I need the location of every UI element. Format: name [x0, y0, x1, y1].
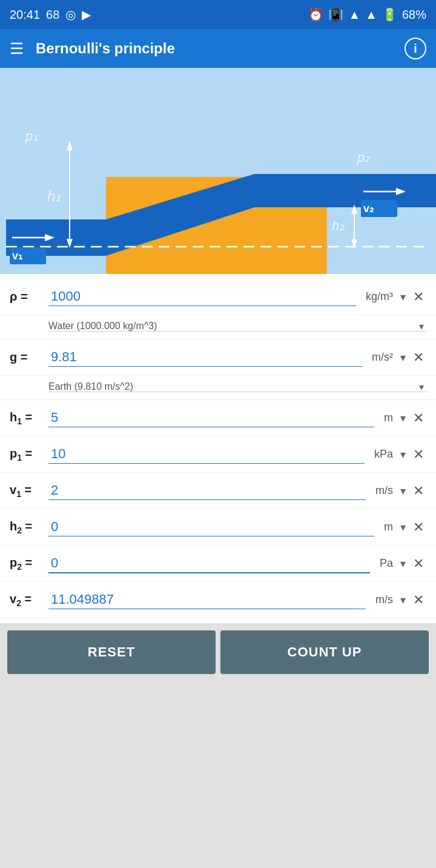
svg-text:v₁: v₁ — [12, 250, 22, 262]
svg-text:p₁: p₁ — [25, 129, 38, 144]
v2-clear[interactable]: ✕ — [411, 592, 426, 608]
rho-unit: kg/m³ — [366, 290, 393, 303]
h2-unit-dropdown[interactable]: ▾ — [398, 521, 408, 534]
wifi-icon: ▲ — [348, 8, 360, 22]
v2-row: v2 = m/s ▾ ✕ — [0, 582, 436, 618]
h2-input[interactable] — [48, 518, 374, 536]
h1-unit-dropdown[interactable]: ▾ — [398, 412, 408, 425]
p2-clear[interactable]: ✕ — [411, 556, 426, 572]
p1-row: p1 = kPa ▾ ✕ — [0, 436, 436, 473]
g-preset-wrapper[interactable]: Earth (9.810 m/s^2) — [48, 381, 426, 392]
v2-unit-dropdown[interactable]: ▾ — [398, 593, 408, 607]
v2-input[interactable] — [48, 590, 366, 609]
h2-row: h2 = m ▾ ✕ — [0, 509, 436, 546]
p1-label: p1 = — [10, 447, 48, 462]
p2-row: p2 = Pa ▾ ✕ — [0, 546, 436, 582]
rho-preset-row: Water (1000.000 kg/m^3) — [0, 315, 436, 339]
diagram-svg: h₁ v₁ p₁ h₂ v₂ p₂ — [0, 68, 436, 274]
h1-row: h1 = m ▾ ✕ — [0, 400, 436, 436]
count-up-button[interactable]: COUNT UP — [220, 630, 429, 674]
h1-input[interactable] — [48, 409, 374, 427]
g-label: g = — [10, 350, 48, 364]
p2-unit-dropdown[interactable]: ▾ — [398, 557, 408, 570]
status-left: 20:41 68 ◎ ▶ — [10, 7, 91, 22]
h1-label: h1 = — [10, 410, 48, 426]
location-icon: ◎ — [65, 7, 76, 22]
time: 20:41 — [10, 8, 40, 22]
h2-unit: m — [384, 521, 393, 533]
v1-clear[interactable]: ✕ — [411, 483, 426, 499]
rho-preset-select[interactable]: Water (1000.000 kg/m^3) — [48, 321, 426, 332]
v1-unit-dropdown[interactable]: ▾ — [398, 484, 408, 498]
svg-text:v₂: v₂ — [363, 202, 374, 215]
svg-text:h₁: h₁ — [47, 188, 61, 204]
v1-unit: m/s — [375, 484, 393, 497]
rho-label: ρ = — [10, 290, 48, 304]
g-unit: m/s² — [372, 351, 393, 364]
h1-clear[interactable]: ✕ — [411, 410, 426, 426]
alarm-icon: ⏰ — [308, 7, 323, 22]
p1-clear[interactable]: ✕ — [411, 447, 426, 462]
button-row: RESET COUNT UP — [0, 623, 436, 681]
status-right: ⏰ 📳 ▲ ▲ 🔋 68% — [308, 7, 426, 22]
notification-count: 68 — [46, 8, 59, 22]
g-row: g = m/s² ▾ ✕ — [0, 339, 436, 376]
p1-unit: kPa — [374, 448, 393, 461]
reset-button[interactable]: RESET — [7, 630, 216, 674]
g-input[interactable] — [48, 348, 362, 367]
g-preset-select[interactable]: Earth (9.810 m/s^2) — [48, 381, 426, 392]
p2-unit: Pa — [380, 557, 393, 570]
p1-input[interactable] — [48, 445, 365, 464]
svg-text:p₂: p₂ — [357, 150, 371, 165]
p2-label: p2 = — [10, 556, 48, 572]
battery-icon: 🔋 — [382, 7, 397, 22]
rho-input[interactable] — [48, 287, 356, 306]
v1-input[interactable] — [48, 481, 366, 500]
vibrate-icon: 📳 — [328, 7, 343, 22]
h2-label: h2 = — [10, 519, 48, 535]
h1-unit: m — [384, 412, 393, 424]
v1-row: v1 = m/s ▾ ✕ — [0, 473, 436, 509]
status-bar: 20:41 68 ◎ ▶ ⏰ 📳 ▲ ▲ 🔋 68% — [0, 0, 436, 29]
rho-clear[interactable]: ✕ — [411, 289, 426, 305]
menu-icon[interactable]: ☰ — [10, 39, 24, 58]
p1-unit-dropdown[interactable]: ▾ — [398, 448, 408, 461]
g-unit-dropdown[interactable]: ▾ — [398, 351, 408, 364]
calculator-section: ρ = kg/m³ ▾ ✕ Water (1000.000 kg/m^3) g … — [0, 274, 436, 623]
g-preset-row: Earth (9.810 m/s^2) — [0, 376, 436, 400]
rho-preset-wrapper[interactable]: Water (1000.000 kg/m^3) — [48, 321, 426, 332]
battery-percent: 68% — [402, 8, 426, 22]
page-title: Bernoulli's principle — [36, 40, 405, 57]
rho-unit-dropdown[interactable]: ▾ — [398, 290, 408, 304]
v2-unit: m/s — [375, 593, 393, 606]
v1-label: v1 = — [10, 483, 48, 499]
diagram-area: h1+p1g·ρ+v122·g=h2+p2g·ρ+v222·g h₁ v₁ — [0, 68, 436, 274]
signal-icon: ▲ — [365, 8, 377, 22]
svg-text:h₂: h₂ — [332, 218, 345, 233]
v2-label: v2 = — [10, 592, 48, 608]
info-button[interactable]: i — [405, 38, 426, 59]
play-icon: ▶ — [82, 7, 91, 22]
app-header: ☰ Bernoulli's principle i — [0, 29, 436, 68]
rho-row: ρ = kg/m³ ▾ ✕ — [0, 279, 436, 315]
h2-clear[interactable]: ✕ — [411, 519, 426, 535]
p2-input[interactable] — [48, 554, 370, 573]
g-clear[interactable]: ✕ — [411, 350, 426, 366]
